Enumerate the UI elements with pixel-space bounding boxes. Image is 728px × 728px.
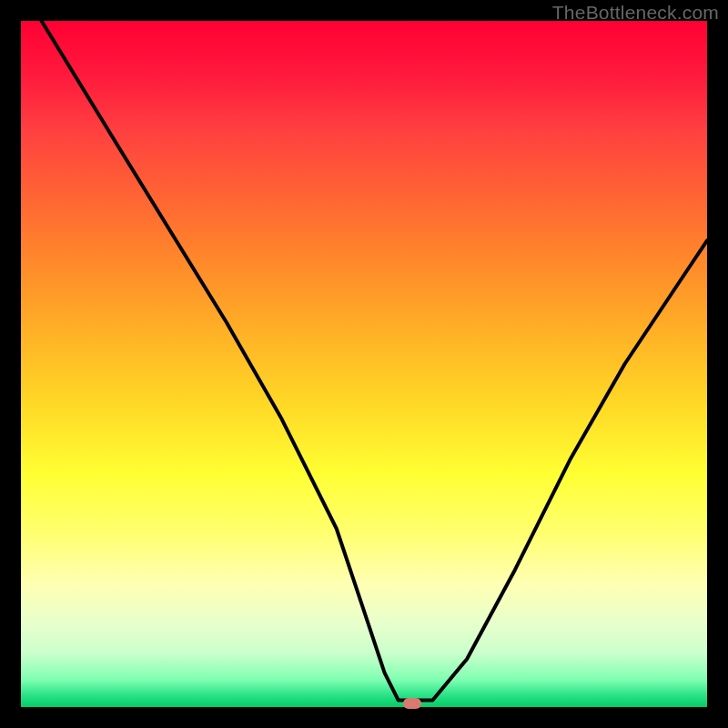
bottleneck-curve xyxy=(21,21,707,707)
plot-area xyxy=(21,21,707,707)
optimal-marker xyxy=(403,698,421,709)
chart-frame: TheBottleneck.com xyxy=(0,0,728,728)
watermark-text: TheBottleneck.com xyxy=(552,2,719,24)
